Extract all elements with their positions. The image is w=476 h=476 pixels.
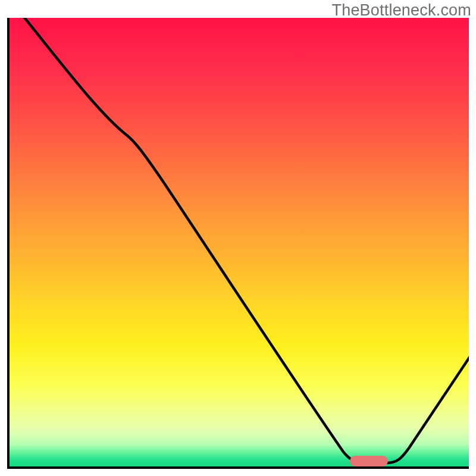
- plot-area: [7, 18, 469, 469]
- optimal-range-marker: [350, 456, 388, 466]
- chart-container: TheBottleneck.com: [0, 0, 476, 476]
- bottleneck-curve: [10, 18, 469, 466]
- watermark-text: TheBottleneck.com: [331, 1, 471, 20]
- curve-path: [23, 18, 469, 463]
